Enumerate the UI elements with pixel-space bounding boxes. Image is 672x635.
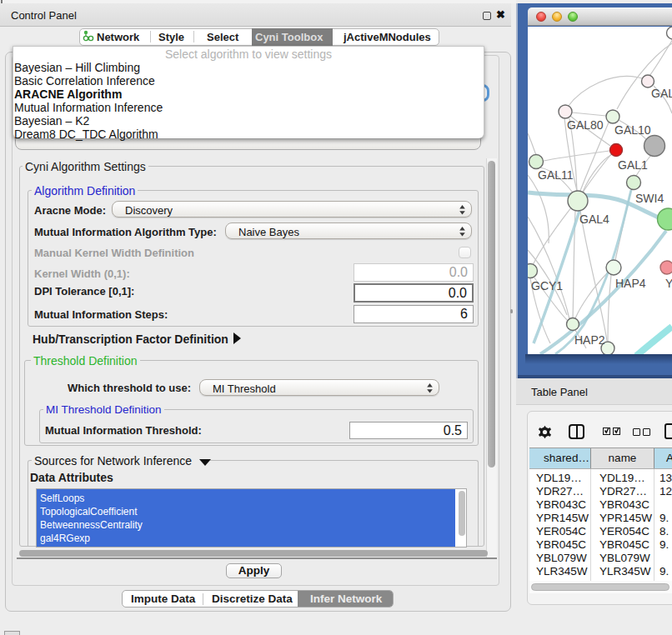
svg-text:YEL: YEL	[665, 277, 672, 290]
svg-text:GAL11: GAL11	[538, 168, 574, 182]
svg-text:HAP4: HAP4	[615, 277, 646, 290]
svg-text:GAL4: GAL4	[579, 212, 609, 226]
svg-text:GCY1: GCY1	[531, 279, 563, 292]
svg-text:GAL1: GAL1	[618, 158, 648, 172]
svg-text:GAL7: GAL7	[651, 87, 672, 100]
svg-text:SWI4: SWI4	[635, 192, 664, 205]
svg-text:HAP2: HAP2	[574, 333, 605, 347]
svg-text:GAL80: GAL80	[567, 118, 604, 132]
svg-text:GAL10: GAL10	[614, 123, 651, 137]
